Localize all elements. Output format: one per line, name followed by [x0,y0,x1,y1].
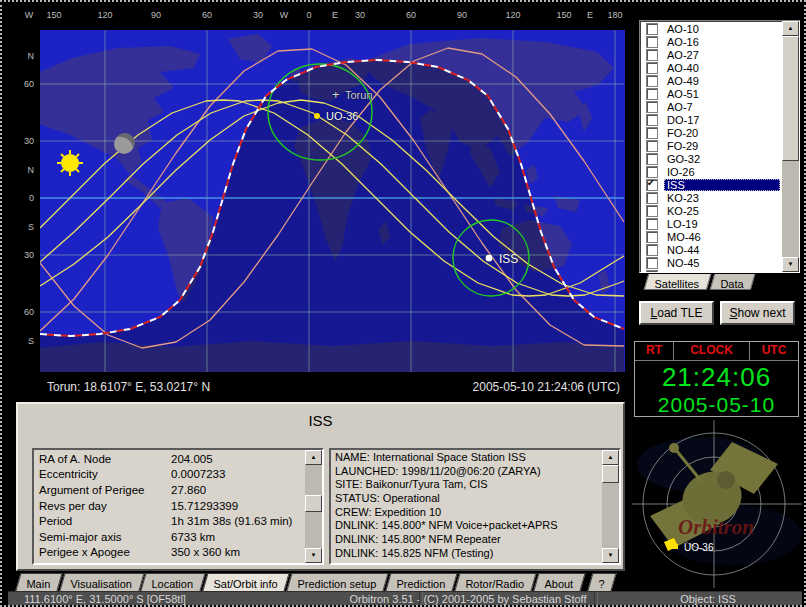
load-tle-button[interactable]: Load TLE [639,301,714,325]
longitude-tick-label: 0 [306,10,311,20]
main-tab[interactable]: About [533,573,585,591]
satellite-checkbox[interactable] [646,62,658,74]
satellite-checkbox[interactable] [646,140,658,152]
sat-details-scrollbar[interactable]: ▲ ▼ [602,450,619,563]
orbit-data-row: Revs per day 15.71293399 [34,498,305,514]
satellite-name: LO-19 [664,218,780,230]
satellite-row[interactable]: AO-16 [642,36,780,49]
satellite-checkbox[interactable] [646,244,658,256]
sat-details-listbox[interactable]: NAME: International Space Station ISSLAU… [329,448,621,565]
satellite-row[interactable]: FO-20 [642,127,780,140]
satellite-row[interactable]: NO-44 [642,243,780,256]
satellite-checkbox[interactable] [646,36,658,48]
satellite-checkbox[interactable] [646,49,658,61]
status-object-position: 111.6100° E, 31.5000° S [OF58tl] [24,593,186,605]
satellite-checkbox[interactable] [646,205,658,217]
satellite-checkbox[interactable] [646,192,658,204]
satellite-checkbox[interactable] [646,166,658,178]
latitude-tick-label: 30 [16,250,34,260]
scroll-down-icon[interactable]: ▼ [305,548,322,563]
satellite-checkbox[interactable] [646,101,658,113]
scroll-down-icon[interactable]: ▼ [602,548,619,563]
latitude-tick-label: 60 [16,79,34,89]
longitude-tick-label: 180 [607,10,622,20]
list-tabs: SatellitesData [646,274,756,289]
satellite-row[interactable]: FO-29 [642,140,780,153]
orbit-data-listbox[interactable]: RA of A. Node 204.005 Eccentricity 0.000… [32,448,324,565]
clock-time: 21:24:06 [635,362,798,393]
uo36-marker[interactable] [314,113,320,119]
satellite-row[interactable]: AO-27 [642,49,780,62]
satellite-row[interactable]: AO-49 [642,75,780,88]
clock-title[interactable]: CLOCK [674,342,750,360]
satellite-checkbox[interactable] [646,114,658,126]
orbitron-watermark: Orbitron [678,515,754,539]
scrollbar-thumb[interactable] [782,36,799,161]
sat-detail-row: NAME: International Space Station ISS [331,451,602,465]
satellite-checkbox[interactable] [646,88,658,100]
show-next-button[interactable]: Show next [720,301,795,325]
main-tab[interactable]: Location [141,573,206,591]
observer-coordinates: Torun: 18.6107° E, 53.0217° N [47,380,210,394]
scroll-up-icon[interactable]: ▲ [602,450,619,465]
main-tab[interactable]: Prediction setup [287,573,389,591]
satellite-checkbox[interactable] [646,270,658,273]
sat-detail-row: DNLINK: 145.825 NFM (Testing) [331,547,602,561]
satellite-row[interactable]: LO-19 [642,218,780,231]
satellite-row[interactable]: GO-32 [642,153,780,166]
satellite-row[interactable]: DO-17 [642,114,780,127]
satellite-row[interactable]: ISS [642,179,780,192]
help-tab[interactable]: ? [587,573,616,591]
satellite-checkbox[interactable] [646,23,658,35]
satellite-row[interactable]: MO-46 [642,231,780,244]
satellite-row[interactable]: KO-23 [642,192,780,205]
main-tab[interactable]: Visualisation [59,573,144,591]
list-tab[interactable]: Data [709,274,755,290]
clock-zone-utc[interactable]: UTC [750,342,798,360]
satellite-row[interactable]: AO-10 [642,23,780,36]
satellite-row[interactable]: AO-7 [642,101,780,114]
main-tab[interactable]: Prediction [386,573,458,591]
scroll-up-icon[interactable]: ▲ [305,450,322,465]
radar-uo36-label: UO-36 [684,542,714,553]
satellite-checkbox[interactable] [646,218,658,230]
satellite-checkbox[interactable] [646,153,658,165]
satellite-checkbox[interactable] [646,257,658,269]
satellite-name: AO-7 [664,101,780,113]
clock-mode-rt[interactable]: RT [635,342,674,360]
satellite-name: KO-25 [664,205,780,217]
scroll-up-icon[interactable]: ▲ [782,21,799,36]
scroll-down-icon[interactable]: ▼ [782,257,799,272]
satellite-list-scrollbar[interactable]: ▲ ▼ [782,21,799,272]
orbit-data-scrollbar[interactable]: ▲ ▼ [305,450,322,563]
main-tab[interactable]: Main [15,573,62,591]
satellite-row[interactable]: OO-38 [642,269,780,273]
satellite-checkbox[interactable] [646,127,658,139]
longitude-tick-label: E [587,10,593,20]
observer-cross: + [332,87,340,102]
satellite-list[interactable]: AO-10 AO-16 AO-27 AO-40 AO-49 AO-51 AO-7 [639,20,800,273]
list-tab[interactable]: Satellites [644,274,711,290]
iss-marker[interactable] [486,255,493,262]
orbit-data-row: RA of A. Node 204.005 [34,451,305,467]
satellite-row[interactable]: NO-45 [642,256,780,269]
satellite-row[interactable]: IO-26 [642,166,780,179]
satellite-row[interactable]: KO-25 [642,205,780,218]
satellite-row[interactable]: AO-51 [642,88,780,101]
scrollbar-thumb[interactable] [305,495,322,512]
uo36-label: UO-36 [326,110,358,122]
orbitron-window: W150120906030W0E306090120150E180 N6030N0… [0,0,806,607]
world-map[interactable]: + Torun UO-36 ISS [40,30,625,372]
main-tab[interactable]: Rotor/Radio [454,573,536,591]
main-tab[interactable]: Sat/Orbit info [202,573,289,591]
satellite-checkbox[interactable] [646,179,658,191]
sat-detail-row: DNLINK: 145.800* NFM Voice+packet+APRS [331,519,602,533]
satellite-row[interactable]: AO-40 [642,62,780,75]
scrollbar-thumb[interactable] [602,465,619,483]
satellite-name: AO-27 [664,49,780,61]
status-bar: 111.6100° E, 31.5000° S [OF58tl] Orbitro… [8,591,802,607]
sat-detail-row: CREW: Expedition 10 [331,506,602,520]
satellite-checkbox[interactable] [646,75,658,87]
satellite-name: NO-45 [664,257,780,269]
satellite-checkbox[interactable] [646,231,658,243]
